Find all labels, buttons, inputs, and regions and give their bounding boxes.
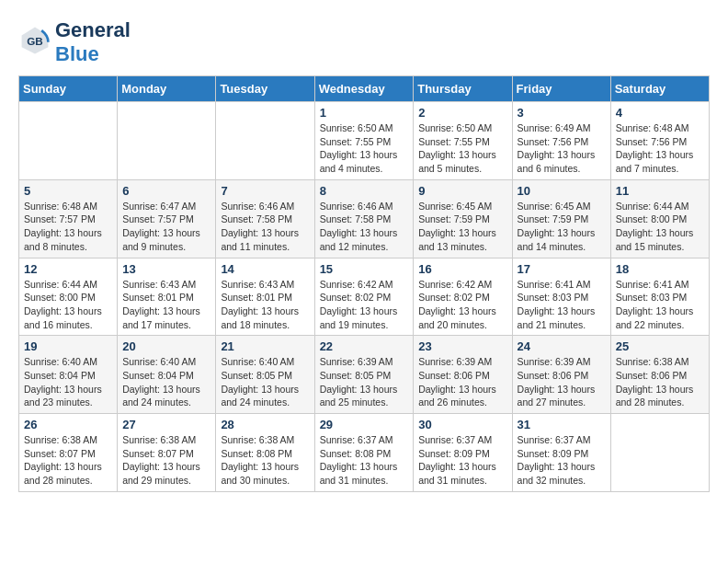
- day-info: Sunrise: 6:37 AM Sunset: 8:09 PM Dayligh…: [518, 433, 606, 488]
- day-number: 4: [616, 106, 704, 120]
- logo: GB General Blue: [18, 18, 131, 66]
- day-number: 26: [24, 418, 112, 431]
- calendar-day-cell: 28Sunrise: 6:38 AM Sunset: 8:08 PM Dayli…: [216, 414, 314, 492]
- calendar-day-cell: 20Sunrise: 6:40 AM Sunset: 8:04 PM Dayli…: [118, 336, 216, 414]
- weekday-header: Wednesday: [314, 76, 414, 102]
- calendar-day-cell: [216, 102, 314, 180]
- day-info: Sunrise: 6:38 AM Sunset: 8:07 PM Dayligh…: [122, 433, 210, 488]
- calendar-day-cell: 6Sunrise: 6:47 AM Sunset: 7:57 PM Daylig…: [118, 179, 216, 258]
- day-number: 15: [320, 262, 409, 276]
- day-number: 5: [24, 184, 112, 198]
- calendar-day-cell: 25Sunrise: 6:38 AM Sunset: 8:06 PM Dayli…: [610, 336, 709, 414]
- calendar-day-cell: 15Sunrise: 6:42 AM Sunset: 8:02 PM Dayli…: [314, 258, 414, 336]
- calendar-week-row: 5Sunrise: 6:48 AM Sunset: 7:57 PM Daylig…: [19, 179, 710, 258]
- calendar-day-cell: 29Sunrise: 6:37 AM Sunset: 8:08 PM Dayli…: [314, 414, 414, 492]
- day-info: Sunrise: 6:42 AM Sunset: 8:02 PM Dayligh…: [320, 278, 409, 332]
- day-number: 16: [418, 262, 506, 276]
- day-info: Sunrise: 6:44 AM Sunset: 8:00 PM Dayligh…: [616, 200, 704, 254]
- calendar-day-cell: 16Sunrise: 6:42 AM Sunset: 8:02 PM Dayli…: [414, 258, 512, 336]
- day-info: Sunrise: 6:37 AM Sunset: 8:08 PM Dayligh…: [320, 433, 409, 488]
- weekday-header: Friday: [512, 76, 610, 102]
- logo-text-general: General: [55, 18, 131, 41]
- day-number: 3: [518, 106, 606, 120]
- day-info: Sunrise: 6:45 AM Sunset: 7:59 PM Dayligh…: [518, 200, 606, 254]
- calendar-day-cell: [610, 414, 709, 492]
- calendar-day-cell: 21Sunrise: 6:40 AM Sunset: 8:05 PM Dayli…: [216, 336, 314, 414]
- day-number: 18: [616, 262, 704, 276]
- day-number: 9: [418, 184, 506, 198]
- calendar-table: SundayMondayTuesdayWednesdayThursdayFrid…: [18, 75, 710, 492]
- weekday-row: SundayMondayTuesdayWednesdayThursdayFrid…: [19, 76, 710, 102]
- calendar-day-cell: 27Sunrise: 6:38 AM Sunset: 8:07 PM Dayli…: [118, 414, 216, 492]
- day-number: 27: [122, 418, 210, 431]
- day-number: 22: [320, 339, 409, 353]
- day-number: 7: [221, 184, 309, 198]
- day-number: 2: [418, 106, 506, 120]
- day-info: Sunrise: 6:46 AM Sunset: 7:58 PM Dayligh…: [221, 200, 309, 254]
- calendar-day-cell: 9Sunrise: 6:45 AM Sunset: 7:59 PM Daylig…: [414, 179, 512, 258]
- calendar-week-row: 26Sunrise: 6:38 AM Sunset: 8:07 PM Dayli…: [19, 414, 710, 492]
- day-number: 20: [122, 339, 210, 353]
- calendar-day-cell: 8Sunrise: 6:46 AM Sunset: 7:58 PM Daylig…: [314, 179, 414, 258]
- calendar-day-cell: 24Sunrise: 6:39 AM Sunset: 8:06 PM Dayli…: [512, 336, 610, 414]
- weekday-header: Monday: [118, 76, 216, 102]
- day-info: Sunrise: 6:48 AM Sunset: 7:57 PM Dayligh…: [24, 200, 112, 254]
- day-info: Sunrise: 6:41 AM Sunset: 8:03 PM Dayligh…: [616, 278, 704, 332]
- day-info: Sunrise: 6:40 AM Sunset: 8:05 PM Dayligh…: [221, 355, 309, 409]
- day-number: 28: [221, 418, 309, 431]
- calendar-week-row: 12Sunrise: 6:44 AM Sunset: 8:00 PM Dayli…: [19, 258, 710, 336]
- calendar-day-cell: 3Sunrise: 6:49 AM Sunset: 7:56 PM Daylig…: [512, 102, 610, 180]
- svg-text:GB: GB: [27, 35, 43, 47]
- calendar-day-cell: 26Sunrise: 6:38 AM Sunset: 8:07 PM Dayli…: [19, 414, 118, 492]
- day-number: 14: [221, 262, 309, 276]
- day-info: Sunrise: 6:49 AM Sunset: 7:56 PM Dayligh…: [518, 121, 606, 176]
- calendar-day-cell: 19Sunrise: 6:40 AM Sunset: 8:04 PM Dayli…: [19, 336, 118, 414]
- calendar-day-cell: 31Sunrise: 6:37 AM Sunset: 8:09 PM Dayli…: [512, 414, 610, 492]
- weekday-header: Tuesday: [216, 76, 314, 102]
- calendar-body: 1Sunrise: 6:50 AM Sunset: 7:55 PM Daylig…: [19, 102, 710, 492]
- day-info: Sunrise: 6:50 AM Sunset: 7:55 PM Dayligh…: [418, 121, 506, 176]
- calendar-day-cell: [19, 102, 118, 180]
- weekday-header: Sunday: [19, 76, 118, 102]
- day-info: Sunrise: 6:46 AM Sunset: 7:58 PM Dayligh…: [320, 200, 409, 254]
- calendar-day-cell: 14Sunrise: 6:43 AM Sunset: 8:01 PM Dayli…: [216, 258, 314, 336]
- day-info: Sunrise: 6:41 AM Sunset: 8:03 PM Dayligh…: [518, 278, 606, 332]
- day-number: 8: [320, 184, 409, 198]
- day-number: 13: [122, 262, 210, 276]
- day-number: 21: [221, 339, 309, 353]
- calendar-day-cell: 1Sunrise: 6:50 AM Sunset: 7:55 PM Daylig…: [314, 102, 414, 180]
- day-info: Sunrise: 6:44 AM Sunset: 8:00 PM Dayligh…: [24, 278, 112, 332]
- calendar-day-cell: [118, 102, 216, 180]
- day-number: 10: [518, 184, 606, 198]
- day-number: 6: [122, 184, 210, 198]
- calendar-day-cell: 18Sunrise: 6:41 AM Sunset: 8:03 PM Dayli…: [610, 258, 709, 336]
- day-info: Sunrise: 6:50 AM Sunset: 7:55 PM Dayligh…: [320, 121, 409, 176]
- day-info: Sunrise: 6:42 AM Sunset: 8:02 PM Dayligh…: [418, 278, 506, 332]
- logo-icon: GB: [18, 24, 51, 57]
- day-number: 12: [24, 262, 112, 276]
- day-number: 24: [518, 339, 606, 353]
- calendar-day-cell: 17Sunrise: 6:41 AM Sunset: 8:03 PM Dayli…: [512, 258, 610, 336]
- calendar-week-row: 19Sunrise: 6:40 AM Sunset: 8:04 PM Dayli…: [19, 336, 710, 414]
- day-number: 23: [418, 339, 506, 353]
- logo-text-blue: Blue: [55, 42, 99, 65]
- day-info: Sunrise: 6:38 AM Sunset: 8:06 PM Dayligh…: [616, 355, 704, 409]
- day-number: 30: [418, 418, 506, 431]
- day-info: Sunrise: 6:38 AM Sunset: 8:08 PM Dayligh…: [221, 433, 309, 488]
- day-info: Sunrise: 6:39 AM Sunset: 8:05 PM Dayligh…: [320, 355, 409, 409]
- day-info: Sunrise: 6:45 AM Sunset: 7:59 PM Dayligh…: [418, 200, 506, 254]
- day-info: Sunrise: 6:40 AM Sunset: 8:04 PM Dayligh…: [122, 355, 210, 409]
- day-number: 25: [616, 339, 704, 353]
- day-number: 29: [320, 418, 409, 431]
- calendar-header: SundayMondayTuesdayWednesdayThursdayFrid…: [19, 76, 710, 102]
- calendar-day-cell: 22Sunrise: 6:39 AM Sunset: 8:05 PM Dayli…: [314, 336, 414, 414]
- calendar-day-cell: 23Sunrise: 6:39 AM Sunset: 8:06 PM Dayli…: [414, 336, 512, 414]
- calendar-day-cell: 5Sunrise: 6:48 AM Sunset: 7:57 PM Daylig…: [19, 179, 118, 258]
- day-info: Sunrise: 6:43 AM Sunset: 8:01 PM Dayligh…: [122, 278, 210, 332]
- day-info: Sunrise: 6:43 AM Sunset: 8:01 PM Dayligh…: [221, 278, 309, 332]
- day-info: Sunrise: 6:39 AM Sunset: 8:06 PM Dayligh…: [518, 355, 606, 409]
- calendar-day-cell: 10Sunrise: 6:45 AM Sunset: 7:59 PM Dayli…: [512, 179, 610, 258]
- day-info: Sunrise: 6:48 AM Sunset: 7:56 PM Dayligh…: [616, 121, 704, 176]
- calendar-day-cell: 4Sunrise: 6:48 AM Sunset: 7:56 PM Daylig…: [610, 102, 709, 180]
- day-info: Sunrise: 6:39 AM Sunset: 8:06 PM Dayligh…: [418, 355, 506, 409]
